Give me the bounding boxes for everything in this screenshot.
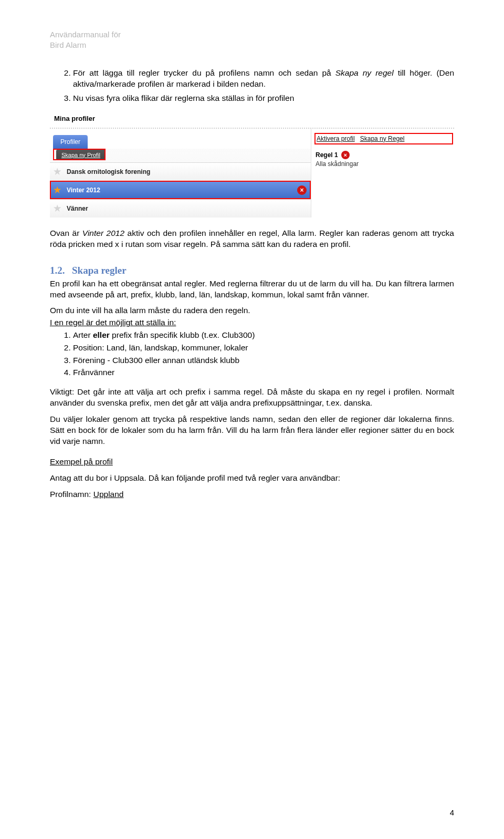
panel-title: Mina profiler xyxy=(50,111,454,128)
profiles-list: Profiler Skapa ny Profil ★ Dansk ornitol… xyxy=(50,129,311,217)
profile-label: Vänner xyxy=(65,200,311,217)
page: Användarmanual för Bird Alarm För att lä… xyxy=(0,0,504,839)
profile-row-dansk[interactable]: ★ Dansk ornitologisk forening xyxy=(50,162,311,181)
embedded-screenshot: Mina profiler Profiler Skapa ny Profil ★… xyxy=(50,111,454,217)
tab-profiler[interactable]: Profiler xyxy=(53,135,88,149)
rule-subtitle: Alla skådningar xyxy=(316,160,452,168)
after-screenshot-paragraph: Ovan är Vinter 2012 aktiv och den profil… xyxy=(50,228,454,250)
profile-label: Vinter 2012 xyxy=(65,181,297,199)
page-number: 4 xyxy=(450,808,454,817)
rule-setting-3: Förening - Club300 eller annan utländsk … xyxy=(73,355,454,366)
page-header: Användarmanual för Bird Alarm xyxy=(50,29,454,50)
profilnamn-label: Profilnamn: xyxy=(50,490,93,499)
star-icon[interactable]: ★ xyxy=(50,185,65,195)
profile-name-line: Profilnamn: Uppland xyxy=(50,489,454,500)
header-line-2: Bird Alarm xyxy=(50,40,454,50)
header-line-1: Användarmanual för xyxy=(50,29,454,40)
profilnamn-value: Uppland xyxy=(93,490,124,499)
profile-detail: Aktivera profil Skapa ny Regel Regel 1 ×… xyxy=(311,129,454,217)
main-numbered-list: För att lägga till regler trycker du på … xyxy=(50,68,454,104)
rs1-b: prefix från specifik klubb (t.ex. Club30… xyxy=(110,330,255,339)
after-ss-italic: Vinter 2012 xyxy=(82,229,124,237)
body-paragraph-1: En profil kan ha ett obegränsat antal re… xyxy=(50,278,454,301)
rule-settings-list: Arter eller prefix från specifik klubb (… xyxy=(50,329,454,378)
body-paragraph-6: Antag att du bor i Uppsala. Då kan följa… xyxy=(50,473,454,484)
body-paragraph-5: Du väljer lokaler genom att trycka på re… xyxy=(50,414,454,447)
detail-actions: Aktivera profil Skapa ny Regel xyxy=(316,134,452,143)
step-2-italic: Skapa ny regel xyxy=(335,68,394,77)
after-ss-a: Ovan är xyxy=(50,229,82,237)
step-2-text-a: För att lägga till regler trycker du på … xyxy=(73,68,335,77)
step-3: Nu visas fyra olika flikar där reglerna … xyxy=(73,93,454,104)
example-heading: Exempel på profil xyxy=(50,457,454,468)
activate-profile-link[interactable]: Aktivera profil xyxy=(317,135,355,142)
rule-setting-4: Frånvänner xyxy=(73,367,454,378)
step-2: För att lägga till regler trycker du på … xyxy=(73,68,454,90)
rule-settings-intro: I en regel är det möjligt att ställa in: xyxy=(50,318,176,327)
tab-row: Profiler xyxy=(50,129,311,149)
star-icon[interactable]: ★ xyxy=(50,203,65,213)
rs1-a: Arter xyxy=(73,330,93,339)
section-number: 1.2. xyxy=(50,265,72,276)
star-icon[interactable]: ★ xyxy=(50,167,65,177)
section-heading: 1.2.Skapa regler xyxy=(50,265,454,276)
section-title: Skapa regler xyxy=(72,265,127,276)
panel-body: Profiler Skapa ny Profil ★ Dansk ornitol… xyxy=(50,129,454,217)
rule-setting-1: Arter eller prefix från specifik klubb (… xyxy=(73,329,454,341)
body-paragraph-2: Om du inte vill ha alla larm måste du ra… xyxy=(50,305,454,316)
rule-name: Regel 1 xyxy=(316,151,338,159)
rule-setting-2: Position: Land, län, landskap, kommuner,… xyxy=(73,342,454,354)
profile-row-vinter[interactable]: ★ Vinter 2012 × xyxy=(50,181,311,199)
body-paragraph-3: I en regel är det möjligt att ställa in: xyxy=(50,317,454,328)
profile-row-vanner[interactable]: ★ Vänner xyxy=(50,199,311,217)
profiles-panel: Mina profiler Profiler Skapa ny Profil ★… xyxy=(50,111,454,217)
create-rule-link[interactable]: Skapa ny Regel xyxy=(360,135,405,142)
rule-item[interactable]: Regel 1 × xyxy=(316,151,452,159)
delete-icon[interactable]: × xyxy=(341,151,350,159)
create-profile-button[interactable]: Skapa ny Profil xyxy=(56,150,106,160)
body-paragraph-4: Viktigt: Det går inte att välja art och … xyxy=(50,387,454,409)
rs1-bold: eller xyxy=(93,330,110,339)
step-3-text: Nu visas fyra olika flikar där reglerna … xyxy=(73,94,294,102)
delete-icon[interactable]: × xyxy=(297,185,307,195)
profile-label: Dansk ornitologisk forening xyxy=(65,163,311,181)
